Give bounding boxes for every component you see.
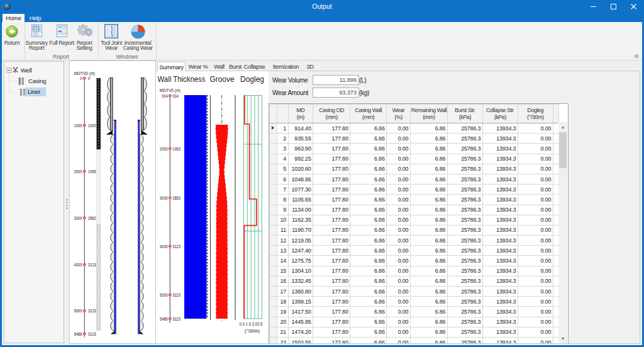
svg-text:1000: 1000 — [74, 123, 82, 128]
svg-text:3000: 3000 — [160, 196, 168, 200]
svg-text:2862: 2862 — [88, 216, 96, 220]
svg-text:5000: 5000 — [74, 309, 82, 313]
svg-text:5486: 5486 — [160, 317, 168, 321]
svg-text:2000: 2000 — [160, 147, 168, 151]
svg-text:4000: 4000 — [74, 263, 82, 267]
svg-text:4000: 4000 — [160, 244, 168, 249]
svg-text:0: 0 — [88, 76, 90, 81]
svg-text:(°/30m): (°/30m) — [245, 329, 260, 334]
svg-text:3000: 3000 — [74, 216, 82, 220]
svg-text:MD/TVD (m): MD/TVD (m) — [160, 88, 180, 93]
svg-text:3123: 3123 — [172, 293, 180, 297]
svg-text:1000: 1000 — [88, 123, 96, 128]
svg-text:Groove: Groove — [210, 75, 235, 84]
svg-text:3123: 3123 — [88, 332, 96, 336]
svg-text:914: 914 — [172, 94, 179, 98]
svg-text:Dogleg: Dogleg — [240, 75, 264, 84]
svg-text:3123: 3123 — [172, 244, 180, 249]
svg-text:3123: 3123 — [172, 317, 180, 321]
svg-text:914: 914 — [162, 94, 168, 98]
svg-text:5000: 5000 — [160, 293, 168, 297]
svg-text:0.0 1.0 2.02.5: 0.0 1.0 2.02.5 — [240, 322, 263, 326]
svg-text:3123: 3123 — [88, 263, 96, 267]
svg-text:5486: 5486 — [74, 332, 82, 336]
svg-text:2000: 2000 — [74, 169, 82, 174]
svg-text:1995: 1995 — [88, 169, 96, 174]
svg-text:3123: 3123 — [88, 309, 96, 313]
svg-text:MD/TVD (m): MD/TVD (m) — [74, 71, 95, 76]
svg-text:0: 0 — [80, 76, 82, 81]
svg-text:2853: 2853 — [172, 196, 180, 200]
svg-text:1953: 1953 — [172, 147, 180, 151]
svg-text:Wall Thickness: Wall Thickness — [158, 75, 206, 84]
